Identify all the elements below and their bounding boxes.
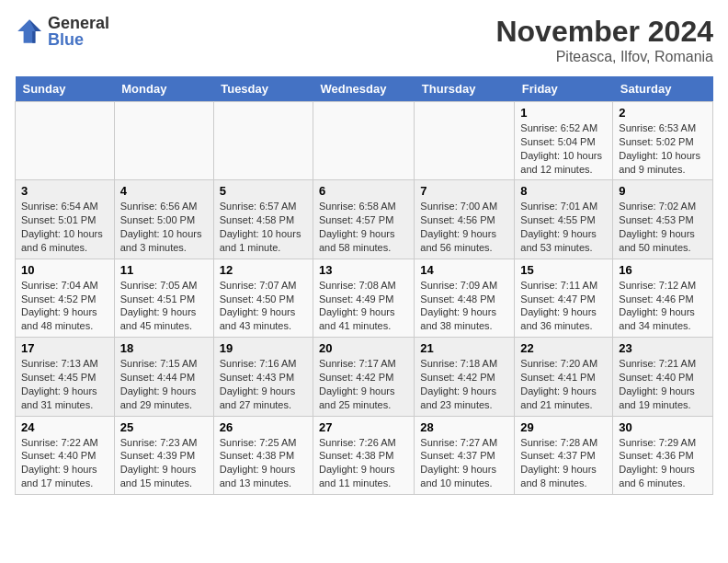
calendar-cell: 11Sunrise: 7:05 AMSunset: 4:51 PMDayligh… <box>114 259 213 337</box>
day-info: Sunrise: 6:52 AMSunset: 5:04 PMDaylight:… <box>520 121 607 176</box>
day-number: 4 <box>120 184 208 198</box>
day-info: Sunrise: 6:53 AMSunset: 5:02 PMDaylight:… <box>619 121 707 176</box>
calendar-cell: 10Sunrise: 7:04 AMSunset: 4:52 PMDayligh… <box>16 259 115 337</box>
day-number: 7 <box>420 184 508 198</box>
day-info: Sunrise: 7:28 AMSunset: 4:37 PMDaylight:… <box>520 436 607 490</box>
calendar-cell: 7Sunrise: 7:00 AMSunset: 4:56 PMDaylight… <box>415 180 515 259</box>
day-info: Sunrise: 7:04 AMSunset: 4:52 PMDaylight:… <box>21 279 108 333</box>
weekday-header-row: SundayMondayTuesdayWednesdayThursdayFrid… <box>16 76 713 102</box>
day-info: Sunrise: 7:21 AMSunset: 4:40 PMDaylight:… <box>619 357 707 411</box>
calendar-week-row: 24Sunrise: 7:22 AMSunset: 4:40 PMDayligh… <box>16 416 713 494</box>
calendar-cell: 17Sunrise: 7:13 AMSunset: 4:45 PMDayligh… <box>16 338 115 416</box>
calendar-cell <box>313 102 414 180</box>
day-number: 29 <box>520 420 607 434</box>
day-info: Sunrise: 7:02 AMSunset: 4:53 PMDaylight:… <box>619 200 707 254</box>
calendar-cell: 5Sunrise: 6:57 AMSunset: 4:58 PMDaylight… <box>213 180 313 259</box>
calendar-cell: 16Sunrise: 7:12 AMSunset: 4:46 PMDayligh… <box>613 259 713 337</box>
day-info: Sunrise: 7:00 AMSunset: 4:56 PMDaylight:… <box>420 200 508 254</box>
day-info: Sunrise: 6:57 AMSunset: 4:58 PMDaylight:… <box>220 200 307 254</box>
weekday-header-tuesday: Tuesday <box>213 76 313 102</box>
day-number: 16 <box>619 263 707 277</box>
calendar-cell: 15Sunrise: 7:11 AMSunset: 4:47 PMDayligh… <box>515 259 613 337</box>
day-info: Sunrise: 7:12 AMSunset: 4:46 PMDaylight:… <box>619 279 707 333</box>
day-number: 28 <box>420 420 508 434</box>
day-info: Sunrise: 7:07 AMSunset: 4:50 PMDaylight:… <box>220 279 307 333</box>
calendar-week-row: 17Sunrise: 7:13 AMSunset: 4:45 PMDayligh… <box>16 338 713 416</box>
day-info: Sunrise: 7:05 AMSunset: 4:51 PMDaylight:… <box>120 279 208 333</box>
day-number: 12 <box>220 263 307 277</box>
day-info: Sunrise: 7:26 AMSunset: 4:38 PMDaylight:… <box>319 436 408 490</box>
day-number: 17 <box>21 341 108 355</box>
calendar-cell: 28Sunrise: 7:27 AMSunset: 4:37 PMDayligh… <box>415 416 515 494</box>
weekday-header-saturday: Saturday <box>613 76 713 102</box>
calendar-cell: 24Sunrise: 7:22 AMSunset: 4:40 PMDayligh… <box>16 416 115 494</box>
calendar-cell: 6Sunrise: 6:58 AMSunset: 4:57 PMDaylight… <box>313 180 414 259</box>
calendar-cell: 27Sunrise: 7:26 AMSunset: 4:38 PMDayligh… <box>313 416 414 494</box>
day-number: 9 <box>619 184 707 198</box>
calendar-cell <box>415 102 515 180</box>
day-info: Sunrise: 7:15 AMSunset: 4:44 PMDaylight:… <box>120 357 208 411</box>
day-info: Sunrise: 6:54 AMSunset: 5:01 PMDaylight:… <box>21 200 108 254</box>
calendar-cell: 26Sunrise: 7:25 AMSunset: 4:38 PMDayligh… <box>213 416 313 494</box>
logo-general-label: General <box>48 15 109 31</box>
calendar-cell: 30Sunrise: 7:29 AMSunset: 4:36 PMDayligh… <box>613 416 713 494</box>
calendar-cell: 4Sunrise: 6:56 AMSunset: 5:00 PMDaylight… <box>114 180 213 259</box>
day-info: Sunrise: 7:25 AMSunset: 4:38 PMDaylight:… <box>220 436 307 490</box>
calendar-cell: 22Sunrise: 7:20 AMSunset: 4:41 PMDayligh… <box>515 338 613 416</box>
calendar-cell: 18Sunrise: 7:15 AMSunset: 4:44 PMDayligh… <box>114 338 213 416</box>
calendar-week-row: 1Sunrise: 6:52 AMSunset: 5:04 PMDaylight… <box>16 102 713 180</box>
calendar-week-row: 10Sunrise: 7:04 AMSunset: 4:52 PMDayligh… <box>16 259 713 337</box>
day-info: Sunrise: 7:16 AMSunset: 4:43 PMDaylight:… <box>220 357 307 411</box>
weekday-header-friday: Friday <box>515 76 613 102</box>
calendar-week-row: 3Sunrise: 6:54 AMSunset: 5:01 PMDaylight… <box>16 180 713 259</box>
calendar-cell: 9Sunrise: 7:02 AMSunset: 4:53 PMDaylight… <box>613 180 713 259</box>
day-number: 8 <box>520 184 607 198</box>
day-info: Sunrise: 7:09 AMSunset: 4:48 PMDaylight:… <box>420 279 508 333</box>
day-number: 20 <box>319 341 408 355</box>
day-number: 22 <box>520 341 607 355</box>
day-number: 19 <box>220 341 307 355</box>
day-number: 30 <box>619 420 707 434</box>
day-info: Sunrise: 7:08 AMSunset: 4:49 PMDaylight:… <box>319 279 408 333</box>
weekday-header-sunday: Sunday <box>16 76 115 102</box>
day-info: Sunrise: 6:58 AMSunset: 4:57 PMDaylight:… <box>319 200 408 254</box>
calendar-cell: 2Sunrise: 6:53 AMSunset: 5:02 PMDaylight… <box>613 102 713 180</box>
page-header: General Blue November 2024 Piteasca, Ilf… <box>15 15 713 65</box>
day-info: Sunrise: 7:27 AMSunset: 4:37 PMDaylight:… <box>420 436 508 490</box>
calendar-cell: 21Sunrise: 7:18 AMSunset: 4:42 PMDayligh… <box>415 338 515 416</box>
day-number: 14 <box>420 263 508 277</box>
day-number: 24 <box>21 420 108 434</box>
logo-blue-label: Blue <box>48 31 109 48</box>
day-number: 18 <box>120 341 208 355</box>
day-info: Sunrise: 7:11 AMSunset: 4:47 PMDaylight:… <box>520 279 607 333</box>
day-number: 3 <box>21 184 108 198</box>
location-label: Piteasca, Ilfov, Romania <box>495 49 713 65</box>
day-number: 1 <box>520 106 607 120</box>
calendar-cell: 13Sunrise: 7:08 AMSunset: 4:49 PMDayligh… <box>313 259 414 337</box>
calendar-cell: 19Sunrise: 7:16 AMSunset: 4:43 PMDayligh… <box>213 338 313 416</box>
calendar-cell: 8Sunrise: 7:01 AMSunset: 4:55 PMDaylight… <box>515 180 613 259</box>
day-info: Sunrise: 7:29 AMSunset: 4:36 PMDaylight:… <box>619 436 707 490</box>
logo-text: General Blue <box>48 15 109 48</box>
day-number: 25 <box>120 420 208 434</box>
calendar-cell: 1Sunrise: 6:52 AMSunset: 5:04 PMDaylight… <box>515 102 613 180</box>
title-block: November 2024 Piteasca, Ilfov, Romania <box>495 15 713 65</box>
day-number: 13 <box>319 263 408 277</box>
day-number: 15 <box>520 263 607 277</box>
day-info: Sunrise: 7:17 AMSunset: 4:42 PMDaylight:… <box>319 357 408 411</box>
weekday-header-wednesday: Wednesday <box>313 76 414 102</box>
logo: General Blue <box>15 15 109 48</box>
day-info: Sunrise: 6:56 AMSunset: 5:00 PMDaylight:… <box>120 200 208 254</box>
calendar-cell: 23Sunrise: 7:21 AMSunset: 4:40 PMDayligh… <box>613 338 713 416</box>
day-number: 5 <box>220 184 307 198</box>
calendar-cell <box>114 102 213 180</box>
weekday-header-thursday: Thursday <box>415 76 515 102</box>
calendar-cell: 12Sunrise: 7:07 AMSunset: 4:50 PMDayligh… <box>213 259 313 337</box>
day-number: 26 <box>220 420 307 434</box>
day-info: Sunrise: 7:22 AMSunset: 4:40 PMDaylight:… <box>21 436 108 490</box>
day-info: Sunrise: 7:18 AMSunset: 4:42 PMDaylight:… <box>420 357 508 411</box>
day-number: 2 <box>619 106 707 120</box>
calendar-cell: 29Sunrise: 7:28 AMSunset: 4:37 PMDayligh… <box>515 416 613 494</box>
month-title: November 2024 <box>495 15 713 49</box>
weekday-header-monday: Monday <box>114 76 213 102</box>
